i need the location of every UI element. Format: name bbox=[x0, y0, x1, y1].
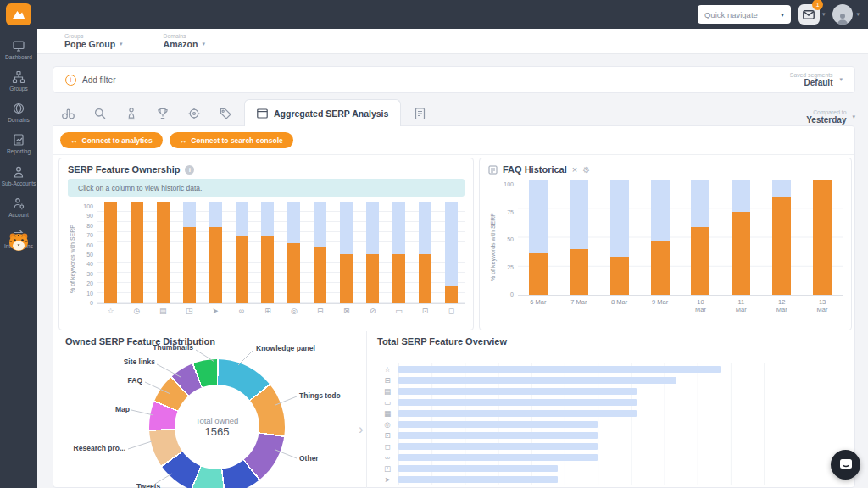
tag-icon bbox=[219, 107, 232, 120]
sidebar-item-reporting[interactable]: Reporting bbox=[0, 130, 37, 158]
bar-segment-not-owned bbox=[340, 202, 353, 254]
bar-segment-not-owned bbox=[691, 180, 709, 227]
sidebar-item-dashboard[interactable]: Dashboard bbox=[0, 36, 37, 64]
donut-center-value: 1565 bbox=[205, 425, 230, 438]
y-tick: 50 bbox=[86, 252, 93, 258]
bar-track bbox=[398, 474, 796, 485]
tab-landing-pages[interactable] bbox=[178, 101, 209, 126]
connect-search-console-label: Connect to search console bbox=[191, 136, 283, 145]
bar[interactable] bbox=[398, 410, 637, 417]
add-filter-button[interactable]: + Add filter bbox=[65, 75, 115, 86]
bar[interactable] bbox=[398, 465, 558, 472]
account-menu[interactable]: ▾ bbox=[832, 4, 860, 25]
pie-label-faq: FAQ bbox=[87, 376, 142, 385]
chevron-down-icon: ▾ bbox=[202, 41, 205, 47]
chart-column[interactable] bbox=[651, 180, 670, 295]
sidebar-item-account[interactable]: Account bbox=[0, 193, 37, 221]
chart-column[interactable] bbox=[209, 202, 222, 303]
bar-segment-owned bbox=[772, 197, 791, 295]
x-tick-label: 13 Mar bbox=[813, 298, 832, 313]
trophy-icon bbox=[156, 107, 170, 120]
bar[interactable] bbox=[398, 432, 598, 439]
owned-serp-feature-distribution-section: Owned SERP Feature Distribution Total ow… bbox=[53, 331, 366, 488]
chevron-down-icon[interactable]: ▾ bbox=[822, 11, 826, 18]
bar[interactable] bbox=[398, 377, 676, 384]
chart-column[interactable] bbox=[813, 180, 832, 295]
group-selector[interactable]: Groups Pope Group ▾ bbox=[64, 33, 123, 49]
y-tick: 75 bbox=[507, 209, 514, 215]
bar-segment-owned bbox=[392, 254, 405, 303]
sidebar-item-domains[interactable]: Domains bbox=[0, 98, 37, 126]
pie-label-things-todo: Things todo bbox=[299, 391, 341, 400]
pie-label-knowledge-panel: Knowledge panel bbox=[256, 344, 315, 352]
chart-column[interactable] bbox=[610, 180, 629, 295]
bar[interactable] bbox=[398, 421, 598, 428]
compared-to-dropdown[interactable]: Compared to Yesterday ▾ bbox=[806, 109, 855, 126]
sidebar-item-groups[interactable]: Groups bbox=[0, 67, 37, 95]
tab-tags[interactable] bbox=[209, 101, 241, 126]
chart-column[interactable] bbox=[691, 180, 709, 295]
sidebar-item-sub-accounts[interactable]: Sub-Accounts bbox=[0, 162, 37, 190]
tab-rankings[interactable] bbox=[115, 101, 147, 126]
chart-column[interactable] bbox=[529, 180, 548, 295]
apps-serp-feature-icon: ⊟ bbox=[314, 307, 326, 315]
chart-column[interactable] bbox=[183, 202, 196, 303]
chart-column[interactable] bbox=[772, 180, 791, 295]
quick-navigate-dropdown[interactable]: Quick navigate ▾ bbox=[698, 5, 791, 24]
chart-column[interactable] bbox=[287, 202, 300, 303]
info-icon[interactable]: i bbox=[185, 165, 194, 175]
chart-column[interactable] bbox=[236, 202, 248, 303]
chart-column[interactable] bbox=[104, 202, 117, 303]
tiger-mascot[interactable] bbox=[7, 230, 31, 256]
y-tick: 10 bbox=[86, 291, 93, 297]
chart-column[interactable] bbox=[157, 202, 170, 303]
logo-mountain-icon bbox=[10, 7, 27, 22]
connect-analytics-button[interactable]: ↔ Connect to analytics bbox=[60, 132, 163, 148]
bar[interactable] bbox=[398, 366, 721, 373]
chart-column[interactable] bbox=[131, 202, 143, 303]
link2-serp-feature-icon: ⊠ bbox=[340, 307, 353, 315]
bar-segment-owned bbox=[183, 227, 196, 303]
chart-column[interactable] bbox=[445, 202, 458, 303]
tab-keywords[interactable] bbox=[84, 101, 115, 126]
bar-segment-owned bbox=[813, 180, 832, 295]
bar-segment-owned bbox=[419, 254, 431, 303]
bar[interactable] bbox=[398, 476, 558, 483]
chart-column[interactable] bbox=[366, 202, 379, 303]
chart-column[interactable] bbox=[340, 202, 353, 303]
connect-search-console-button[interactable]: ↔ Connect to search console bbox=[170, 132, 293, 148]
chart-column[interactable] bbox=[732, 180, 750, 295]
chart-column[interactable] bbox=[261, 202, 274, 303]
saved-segments-dropdown[interactable]: Saved segments Default ▾ bbox=[790, 72, 843, 87]
tab-top-competitors[interactable] bbox=[147, 101, 178, 126]
comment-serp-feature-icon: ◻ bbox=[445, 307, 458, 315]
tab-notes[interactable] bbox=[404, 101, 436, 126]
chart-column[interactable] bbox=[570, 180, 588, 295]
pie-label-map: Map bbox=[70, 405, 130, 413]
gear-icon[interactable]: ⚙ bbox=[582, 165, 590, 175]
bar-track bbox=[398, 441, 796, 452]
close-icon[interactable]: × bbox=[572, 164, 577, 175]
chart-column[interactable] bbox=[314, 202, 326, 303]
bar-segment-not-owned bbox=[392, 202, 405, 254]
bar-segment-not-owned bbox=[772, 180, 791, 197]
bar[interactable] bbox=[398, 388, 637, 395]
tab-competitors[interactable] bbox=[53, 101, 84, 126]
chart-column[interactable] bbox=[392, 202, 405, 303]
owned-serp-distribution-donut[interactable]: Total owned 1565 bbox=[149, 359, 285, 488]
bar[interactable] bbox=[398, 454, 598, 461]
chart-column[interactable] bbox=[419, 202, 431, 303]
carousel-next-icon[interactable]: › bbox=[359, 421, 364, 438]
bar[interactable] bbox=[398, 443, 598, 450]
y-tick: 25 bbox=[507, 264, 514, 270]
app-logo[interactable] bbox=[6, 3, 31, 25]
x-tick-label: 7 Mar bbox=[570, 298, 588, 313]
chat-launcher-button[interactable] bbox=[831, 450, 860, 480]
domain-selector[interactable]: Domains Amazon ▾ bbox=[164, 33, 205, 49]
tab-aggregated-serp-analysis[interactable]: Aggregated SERP Analysis bbox=[244, 99, 401, 126]
sidebar-item-label: Account bbox=[1, 212, 36, 219]
donut-center-label: Total owned bbox=[196, 416, 239, 425]
chart-row: ⊟ bbox=[377, 374, 835, 385]
pawn-icon bbox=[125, 107, 138, 120]
bar[interactable] bbox=[398, 399, 637, 406]
